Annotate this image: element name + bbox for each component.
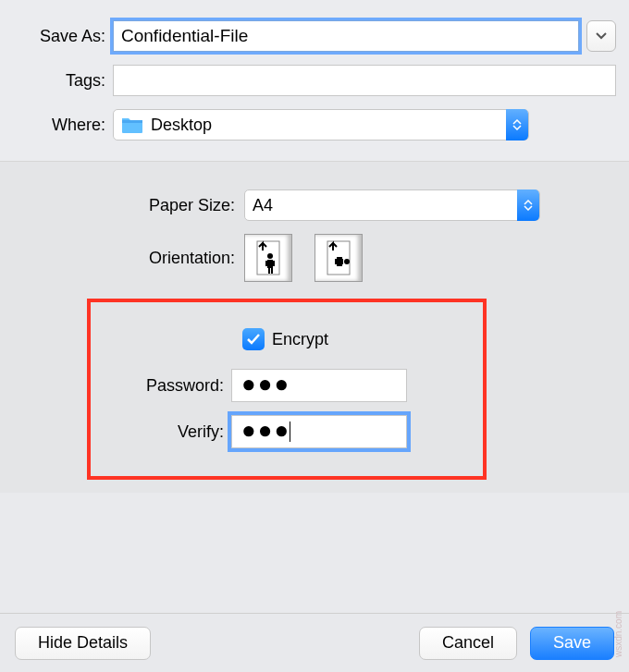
svg-point-9 bbox=[344, 259, 350, 264]
encrypt-highlight: Encrypt Password: ●●● Verify: ●●● bbox=[87, 299, 487, 480]
expand-toggle-button[interactable] bbox=[586, 20, 616, 52]
checkmark-icon bbox=[246, 333, 261, 346]
svg-rect-11 bbox=[337, 257, 342, 259]
where-select[interactable]: Desktop bbox=[113, 109, 529, 141]
encrypt-label: Encrypt bbox=[272, 330, 328, 349]
tags-input[interactable] bbox=[113, 65, 616, 96]
tags-label: Tags: bbox=[13, 71, 113, 91]
save-as-label: Save As: bbox=[13, 27, 113, 46]
save-button[interactable]: Save bbox=[530, 627, 614, 660]
button-bar: Hide Details Cancel Save bbox=[0, 613, 629, 672]
where-value: Desktop bbox=[151, 116, 212, 135]
svg-rect-12 bbox=[337, 264, 342, 266]
password-input[interactable]: ●●● bbox=[231, 369, 407, 402]
verify-input[interactable]: ●●● bbox=[231, 415, 407, 448]
paper-size-label: Paper Size: bbox=[13, 196, 244, 215]
svg-rect-6 bbox=[268, 268, 270, 274]
chevron-down-icon bbox=[596, 32, 607, 40]
orientation-portrait-button[interactable] bbox=[244, 234, 292, 282]
where-label: Where: bbox=[13, 116, 113, 135]
orientation-label: Orientation: bbox=[13, 249, 244, 268]
svg-rect-4 bbox=[265, 261, 267, 266]
stepper-icon bbox=[517, 189, 539, 221]
encrypt-checkbox[interactable] bbox=[242, 328, 265, 350]
svg-rect-3 bbox=[267, 260, 273, 268]
password-label: Password: bbox=[113, 376, 231, 396]
cancel-button[interactable]: Cancel bbox=[419, 627, 517, 660]
svg-rect-5 bbox=[273, 261, 275, 266]
paper-size-select[interactable]: A4 bbox=[244, 189, 540, 221]
svg-point-2 bbox=[267, 253, 273, 259]
text-caret bbox=[290, 422, 290, 442]
stepper-icon bbox=[506, 109, 528, 141]
svg-rect-10 bbox=[335, 259, 343, 264]
svg-rect-0 bbox=[122, 120, 142, 123]
svg-rect-7 bbox=[271, 268, 273, 274]
landscape-icon bbox=[324, 239, 353, 276]
save-as-input[interactable] bbox=[113, 20, 579, 52]
verify-label: Verify: bbox=[113, 422, 231, 442]
hide-details-button[interactable]: Hide Details bbox=[15, 627, 151, 660]
portrait-icon bbox=[253, 239, 283, 276]
paper-size-value: A4 bbox=[253, 196, 273, 215]
folder-icon bbox=[121, 116, 143, 134]
orientation-landscape-button[interactable] bbox=[314, 234, 363, 282]
